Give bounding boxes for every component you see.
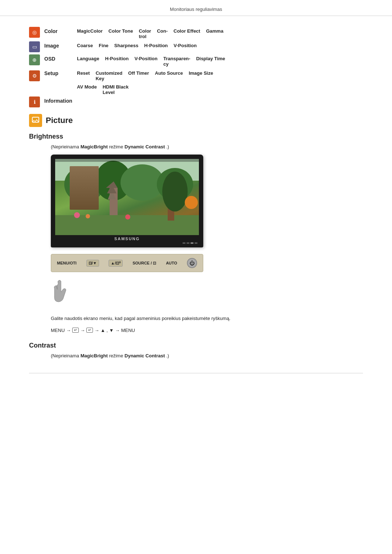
menu-label-image: Image	[44, 41, 77, 49]
svg-point-14	[125, 214, 130, 219]
brightness-title: Brightness	[29, 133, 363, 140]
menu-label-setup: Setup	[44, 69, 77, 76]
opt-hdmiblack: HDMI BlackLevel	[103, 84, 129, 95]
opt-coloreffect: Color Effect	[173, 28, 200, 34]
picture-title: Picture	[46, 116, 73, 125]
svg-point-3	[64, 166, 104, 202]
monitor-mockup-container: SAMSUNG	[51, 155, 363, 247]
opt-transparency: Transparen-cy	[163, 56, 190, 67]
monitor-brand: SAMSUNG	[55, 235, 199, 242]
opt-h-position-osd: H-Position	[105, 56, 128, 61]
btn2[interactable]: ▲/⊡⁰	[109, 260, 123, 267]
opt-offtimer: Off Timer	[128, 70, 149, 76]
monitor-screen	[55, 159, 199, 235]
opt-con: Con-	[157, 28, 168, 34]
opt-colortone: Color Tone	[109, 28, 133, 34]
menu-row-info: ℹ Information	[29, 97, 363, 107]
menu-row-osd: ⊕ OSD Language H-Position V-Position Tra…	[29, 54, 363, 67]
hand-cursor-indicator	[51, 279, 363, 308]
opt-sharpness: Sharpness	[114, 43, 138, 48]
path-enter1: ↵	[72, 328, 79, 333]
monitor-dots	[183, 242, 197, 244]
menu-row-image: ▭ Image Coarse Fine Sharpness H-Position…	[29, 41, 363, 52]
setup-icon: ⚙	[29, 70, 40, 81]
opt-language: Language	[77, 56, 99, 61]
opt-v-position-img: V-Position	[173, 43, 197, 48]
menu-label-osd: OSD	[44, 54, 77, 62]
info-icon: ℹ	[29, 97, 40, 107]
opt-customizedkey: CustomizedKey	[95, 70, 122, 81]
opt-fine: Fine	[99, 43, 109, 48]
svg-point-13	[86, 214, 90, 218]
contrast-title: Contrast	[29, 342, 363, 349]
opt-avmode: AV Mode	[77, 84, 97, 90]
image-icon: ▭	[29, 41, 40, 52]
brightness-text: Galite naudotis ekrano meniu, kad pagal …	[51, 315, 363, 323]
picture-icon	[29, 114, 42, 127]
opt-v-position-osd: V-Position	[134, 56, 158, 61]
brightness-subsection: Brightness (Neprieinama MagicBright reži…	[29, 133, 363, 333]
menu-row-setup: ⚙ Setup Reset CustomizedKey Off Timer Au…	[29, 69, 363, 95]
opt-colortrol: Colortrol	[139, 28, 151, 39]
svg-point-12	[74, 212, 80, 218]
opt-coarse: Coarse	[77, 43, 93, 48]
contrast-subsection: Contrast (Neprieinama MagicBright režime…	[29, 342, 363, 358]
page-header: Monitoriaus reguliavimas	[0, 0, 392, 16]
picture-section: Picture Brightness (Neprieinama MagicBri…	[29, 114, 363, 358]
menu-label-info: Information	[44, 97, 77, 104]
source-label: SOURCE / ⊡	[132, 261, 156, 266]
bottom-divider	[29, 373, 363, 373]
contrast-description: (Neprieinama MagicBright režime Dynamic …	[51, 353, 363, 358]
color-icon: ◎	[29, 27, 40, 38]
auto-label: AUTO	[166, 261, 177, 265]
brightness-menu-path: MENU → ↵ → ↵ → ▲ , ▼ → MENU	[51, 328, 363, 333]
picture-section-title: Picture	[29, 114, 363, 127]
opt-h-position-img: H-Position	[144, 43, 168, 48]
btn1[interactable]: ⊡/▼	[86, 260, 99, 267]
brightness-description: (Neprieinama MagicBright režime Dynamic …	[51, 144, 363, 149]
opt-imagesize: Image Size	[189, 70, 213, 76]
opt-reset: Reset	[77, 70, 90, 76]
opt-magiccolor: MagicColor	[77, 28, 103, 34]
path-enter2: ↵	[86, 328, 93, 333]
svg-point-16	[162, 172, 188, 212]
opt-gamma: Gamma	[206, 28, 224, 34]
osd-icon: ⊕	[29, 54, 40, 65]
control-panel: MENU/OTI ⊡/▼ ▲/⊡⁰ SOURCE / ⊡ AUTO ⏻	[51, 254, 203, 272]
power-button[interactable]: ⏻	[187, 258, 197, 268]
menu-control-label: MENU/OTI	[57, 261, 77, 265]
monitor-mockup: SAMSUNG	[51, 155, 203, 247]
menu-label-color: Color	[44, 27, 77, 34]
svg-point-17	[185, 196, 198, 209]
opt-autosource: Auto Source	[155, 70, 183, 76]
opt-displaytime: Display Time	[196, 56, 225, 61]
menu-row-color: ◎ Color MagicColor Color Tone Colortrol …	[29, 27, 363, 39]
menu-grid: ◎ Color MagicColor Color Tone Colortrol …	[29, 27, 363, 107]
